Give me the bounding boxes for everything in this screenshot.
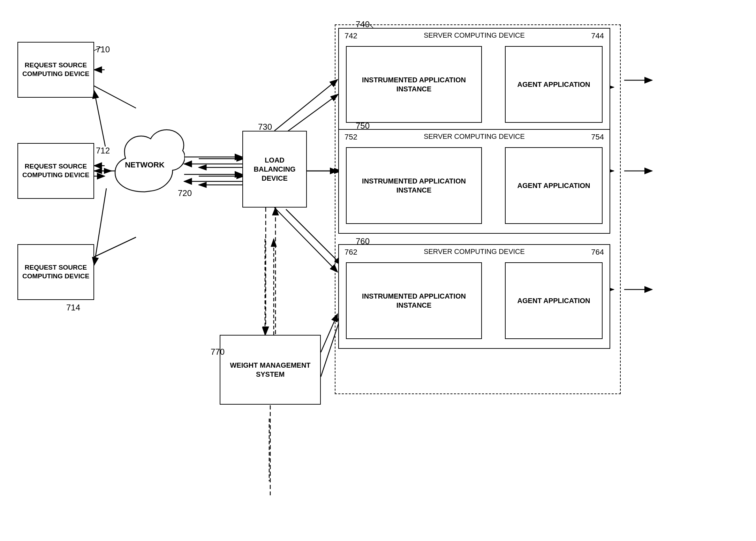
ref-770: 770 — [211, 347, 225, 357]
ref-730: 730 — [258, 122, 272, 132]
ref-710: 710 — [96, 45, 110, 54]
ref-714: 714 — [66, 303, 80, 313]
svg-line-13 — [286, 209, 342, 265]
server2-app-label: INSTRUMENTED APPLICATION INSTANCE — [349, 176, 478, 195]
ref-760: 760 — [356, 236, 370, 246]
server3-title: SERVER COMPUTING DEVICE — [424, 248, 525, 256]
svg-text:NETWORK: NETWORK — [125, 160, 165, 169]
load-balancing-label: LOAD BALANCING DEVICE — [246, 156, 303, 183]
request-source-1-box: REQUEST SOURCE COMPUTING DEVICE — [17, 42, 94, 98]
network-cloud: NETWORK — [105, 129, 185, 199]
request-source-2-box: REQUEST SOURCE COMPUTING DEVICE — [17, 143, 94, 199]
ref-754: 754 — [591, 133, 604, 142]
ref-742: 742 — [345, 31, 357, 40]
load-balancing-box: LOAD BALANCING DEVICE — [242, 131, 307, 208]
ref-744: 744 — [591, 31, 604, 40]
svg-line-25 — [94, 91, 105, 146]
weight-mgmt-label: WEIGHT MANAGEMENT SYSTEM — [223, 361, 317, 379]
server3-container: SERVER COMPUTING DEVICE 762 764 INSTRUME… — [338, 244, 610, 349]
svg-line-28 — [94, 188, 106, 265]
ref-764: 764 — [591, 248, 604, 257]
ref-720: 720 — [178, 188, 192, 198]
server3-app-box: INSTRUMENTED APPLICATION INSTANCE — [346, 262, 482, 339]
server1-agent-label: AGENT APPLICATION — [517, 80, 590, 89]
svg-line-11 — [286, 94, 338, 133]
diagram: REQUEST SOURCE COMPUTING DEVICE 710 REQU… — [0, 0, 756, 541]
server1-app-box: INSTRUMENTED APPLICATION INSTANCE — [346, 46, 482, 123]
server2-app-box: INSTRUMENTED APPLICATION INSTANCE — [346, 147, 482, 224]
ref-740: 740 — [356, 20, 370, 29]
svg-line-35 — [274, 208, 338, 272]
svg-line-33 — [274, 80, 338, 131]
server1-agent-box: AGENT APPLICATION — [505, 46, 603, 123]
server1-container: SERVER COMPUTING DEVICE 742 744 INSTRUME… — [338, 28, 610, 133]
server2-title: SERVER COMPUTING DEVICE — [424, 133, 525, 141]
request-source-2-label: REQUEST SOURCE COMPUTING DEVICE — [21, 162, 91, 179]
request-source-1-label: REQUEST SOURCE COMPUTING DEVICE — [21, 61, 91, 78]
server3-agent-label: AGENT APPLICATION — [517, 296, 590, 305]
server2-container: SERVER COMPUTING DEVICE 752 754 INSTRUME… — [338, 129, 610, 234]
server2-agent-label: AGENT APPLICATION — [517, 181, 590, 190]
ref-750: 750 — [356, 121, 370, 131]
weight-mgmt-box: WEIGHT MANAGEMENT SYSTEM — [220, 335, 321, 405]
ref-752: 752 — [345, 133, 357, 142]
request-source-3-box: REQUEST SOURCE COMPUTING DEVICE — [17, 244, 94, 300]
server1-app-label: INSTRUMENTED APPLICATION INSTANCE — [349, 75, 478, 93]
server2-agent-box: AGENT APPLICATION — [505, 147, 603, 224]
server1-title: SERVER COMPUTING DEVICE — [424, 31, 525, 39]
server3-app-label: INSTRUMENTED APPLICATION INSTANCE — [349, 292, 478, 310]
server3-agent-box: AGENT APPLICATION — [505, 262, 603, 339]
request-source-3-label: REQUEST SOURCE COMPUTING DEVICE — [21, 263, 91, 280]
ref-762: 762 — [345, 248, 357, 257]
